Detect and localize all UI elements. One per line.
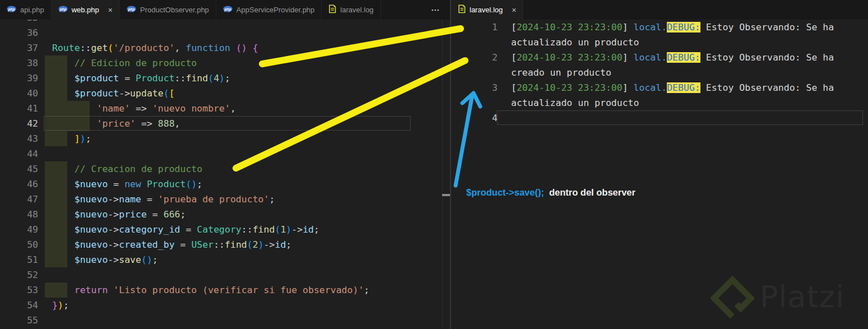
code-line-51[interactable]: 51 $nuevo->save(); (0, 252, 442, 267)
line-number: 47 (0, 192, 45, 207)
tab-label: web.php (72, 6, 99, 14)
php-file-icon: php (58, 6, 68, 14)
scrollbar-marker[interactable] (442, 194, 450, 196)
code-line-38[interactable]: 38 // Edicion de producto (0, 55, 442, 71)
code-line-49[interactable]: 49 $nuevo->category_id = Category::find(… (0, 222, 442, 237)
log-file-icon (458, 4, 466, 15)
code-line-48[interactable]: 48 $nuevo->price = 666; (0, 207, 442, 222)
debug-level-badge: DEBUG: (667, 22, 700, 33)
line-number: 52 (0, 267, 45, 282)
tab-laravel-log[interactable]: laravel.log× (451, 0, 523, 20)
line-number: 55 (0, 313, 45, 328)
line-number: 53 (0, 282, 45, 298)
code-line-41[interactable]: 41 'name' => 'nuevo nombre', (0, 101, 442, 116)
tab-laravel-log[interactable]: laravel.log (322, 0, 380, 20)
code-line-text: Route::get('/producto', function () { (45, 40, 258, 55)
code-line-35[interactable]: 35 (0, 20, 442, 25)
code-line-text (45, 146, 52, 161)
close-icon[interactable]: × (512, 6, 516, 14)
line-number: 50 (0, 237, 45, 252)
line-number: 54 (0, 298, 45, 313)
more-tabs-icon[interactable]: ⋯ (431, 5, 440, 15)
debug-level-badge: DEBUG: (667, 52, 700, 63)
log-line-text: actualizado un producto (511, 35, 639, 50)
tab-bar-left: phpapi.phpphpweb.php×phpProductObserver.… (0, 0, 450, 20)
tab-bar-right: laravel.log× (451, 0, 868, 20)
code-line-text: $nuevo->price = 666; (45, 207, 185, 222)
log-line-1[interactable]: 1[2024-10-23 23:23:00] local.DEBUG: Esto… (452, 20, 868, 35)
code-line-37[interactable]: 37Route::get('/producto', function () { (0, 40, 442, 55)
annotation-note-text: dentro del observer (549, 187, 635, 197)
code-line-text: $nuevo->category_id = Category::find(1)-… (45, 222, 319, 237)
scrollbar-track[interactable] (442, 20, 443, 329)
line-number: 41 (0, 101, 45, 116)
log-line-3[interactable]: 3[2024-10-23 23:23:00] local.DEBUG: Esto… (452, 80, 868, 95)
code-line-text: 'name' => 'nuevo nombre', (45, 101, 236, 116)
code-line-39[interactable]: 39 $product = Product::find(4); (0, 71, 442, 86)
tab-api-php[interactable]: phpapi.php (0, 0, 52, 20)
line-number: 2 (452, 50, 511, 65)
tab-AppServiceProvider-php[interactable]: phpAppServiceProvider.php (216, 0, 322, 20)
svg-text:php: php (224, 7, 231, 12)
log-editor-laravel-log[interactable]: 1[2024-10-23 23:23:00] local.DEBUG: Esto… (452, 20, 868, 329)
code-line-50[interactable]: 50 $nuevo->created_by = USer::find(2)->i… (0, 237, 442, 252)
code-line-text: return 'Listo producto (verificar si fue… (45, 282, 369, 298)
debug-level-badge: DEBUG: (667, 82, 700, 93)
line-number: 36 (0, 25, 45, 40)
code-line-text: $nuevo = new Product(); (45, 177, 202, 192)
code-line-52[interactable]: 52 (0, 267, 442, 282)
code-line-54[interactable]: 54}); (0, 298, 442, 313)
line-number: 35 (0, 20, 45, 25)
log-line-1-wrap[interactable]: actualizado un producto (452, 35, 868, 50)
line-number: 49 (0, 222, 45, 237)
log-line-2-wrap[interactable]: creado un producto (452, 65, 868, 80)
code-line-text: $nuevo->created_by = USer::find(2)->id; (45, 237, 291, 252)
line-number: 42 (0, 116, 45, 131)
line-number: 39 (0, 71, 45, 86)
php-file-icon: php (223, 6, 233, 14)
line-number: 44 (0, 146, 45, 161)
line-number: 37 (0, 40, 45, 55)
line-number: 1 (452, 20, 511, 35)
log-line-4[interactable]: 4 (452, 110, 868, 126)
code-line-text: // Creacion de producto (45, 161, 202, 177)
log-line-2[interactable]: 2[2024-10-23 23:23:00] local.DEBUG: Esto… (452, 50, 868, 65)
code-line-text: $product = Product::find(4); (45, 71, 230, 86)
line-number: 3 (452, 80, 511, 95)
line-number: 51 (0, 252, 45, 267)
code-line-55[interactable]: 55 (0, 313, 442, 328)
svg-text:php: php (8, 7, 15, 12)
close-icon[interactable]: × (108, 6, 113, 14)
code-line-36[interactable]: 36 (0, 25, 442, 40)
code-line-46[interactable]: 46 $nuevo = new Product(); (0, 177, 442, 192)
code-line-47[interactable]: 47 $nuevo->name = 'prueba de producto'; (0, 192, 442, 207)
tab-label: ProductObserver.php (140, 6, 209, 14)
log-line-3-wrap[interactable]: actualizado un producto (452, 95, 868, 110)
log-line-text: [2024-10-23 23:23:00] local.DEBUG: Estoy… (511, 20, 834, 35)
php-file-icon: php (7, 6, 16, 14)
code-line-53[interactable]: 53 return 'Listo producto (verificar si … (0, 282, 442, 298)
code-line-text (45, 20, 52, 25)
code-line-45[interactable]: 45 // Creacion de producto (0, 161, 442, 177)
log-line-text: [2024-10-23 23:23:00] local.DEBUG: Estoy… (511, 50, 834, 65)
editor-split-sash[interactable] (450, 0, 451, 329)
annotation-code-text: $product->save(); (466, 187, 544, 197)
svg-text:php: php (59, 7, 66, 12)
line-number: 43 (0, 131, 45, 146)
code-line-44[interactable]: 44 (0, 146, 442, 161)
code-line-43[interactable]: 43 ]); (0, 131, 442, 146)
tab-web-php[interactable]: phpweb.php× (52, 0, 120, 20)
code-line-text: }); (45, 298, 69, 313)
tab-label: laravel.log (470, 6, 503, 14)
code-line-40[interactable]: 40 $product->update([ (0, 86, 442, 101)
code-line-text: 'price' => 888, (45, 116, 180, 131)
tab-ProductObserver-php[interactable]: phpProductObserver.php (120, 0, 216, 20)
handwritten-annotation: $product->save();dentro del observer (466, 187, 635, 198)
code-line-text: // Edicion de producto (45, 55, 197, 71)
log-line-text: [2024-10-23 23:23:00] local.DEBUG: Estoy… (511, 80, 834, 95)
code-line-text (45, 313, 52, 328)
code-editor-web-php[interactable]: 353637Route::get('/producto', function (… (0, 20, 442, 329)
code-line-42[interactable]: 42 'price' => 888, (0, 116, 442, 131)
log-line-text: creado un producto (511, 65, 611, 80)
current-line-highlight (497, 110, 863, 125)
